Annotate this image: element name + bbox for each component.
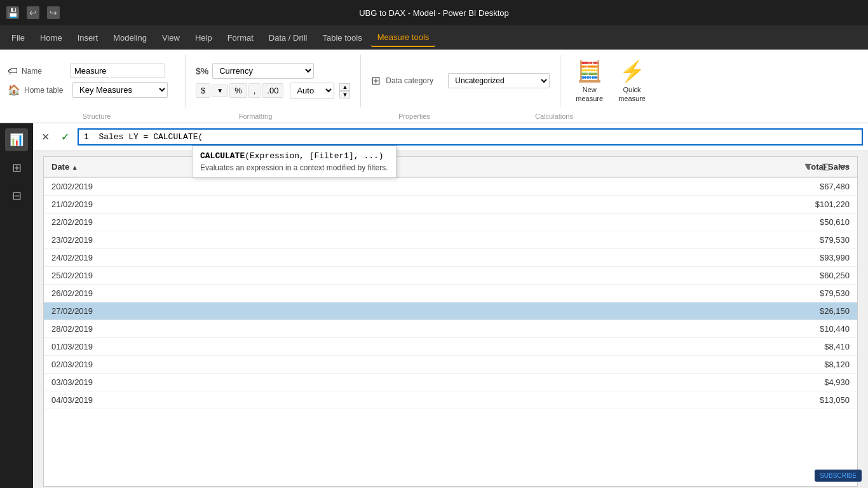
menu-help[interactable]: Help — [189, 29, 219, 46]
main-area: 📊 ⊞ ⊟ ✕ ✓ CALCULATE(Expression, [Filter1… — [0, 123, 868, 488]
cell-sales: $79,530 — [445, 231, 857, 248]
content-area: ✕ ✓ CALCULATE(Expression, [Filter1], ...… — [33, 123, 868, 488]
dollar-btn[interactable]: $ — [196, 83, 210, 98]
menu-data-drill[interactable]: Data / Drill — [262, 29, 314, 46]
dropdown-arrow-btn[interactable]: ▼ — [212, 85, 228, 97]
cell-date: 27/02/2019 — [44, 302, 445, 320]
percent-btn[interactable]: % — [229, 83, 247, 98]
menu-bar: File Home Insert Modeling View Help Form… — [0, 25, 868, 50]
data-category-select[interactable]: Uncategorized — [448, 73, 550, 88]
cell-date: 22/02/2019 — [44, 213, 445, 231]
new-measure-label: Newmeasure — [576, 85, 603, 104]
formula-input[interactable] — [78, 128, 863, 146]
title-bar: 💾 ↩ ↪ UBG to DAX - Model - Power BI Desk… — [0, 0, 868, 25]
cell-sales: $8,120 — [445, 355, 857, 373]
table-row: 25/02/2019 $60,250 — [44, 266, 857, 284]
cell-sales: $13,050 — [445, 391, 857, 409]
menu-table-tools[interactable]: Table tools — [316, 29, 368, 46]
sidebar-table-icon[interactable]: ⊞ — [5, 156, 28, 179]
cell-sales: $79,530 — [445, 284, 857, 302]
menu-modeling[interactable]: Modeling — [107, 29, 153, 46]
table-row: 01/03/2019 $8,410 — [44, 337, 857, 355]
sidebar: 📊 ⊞ ⊟ — [0, 123, 33, 488]
menu-measure-tools[interactable]: Measure tools — [371, 29, 436, 47]
filter-icon[interactable]: ▼ — [800, 159, 815, 173]
format-buttons: $ ▼ % , .00 — [196, 83, 283, 98]
data-table-container: ▼ ⊡ ••• Date ▲ To — [43, 156, 858, 487]
cell-sales: $50,610 — [445, 213, 857, 231]
properties-label: Properties — [325, 112, 503, 120]
table-row: 02/03/2019 $8,120 — [44, 355, 857, 373]
menu-file[interactable]: File — [5, 29, 31, 46]
more-options-icon[interactable]: ••• — [836, 159, 852, 173]
cell-sales: $26,150 — [445, 302, 857, 320]
redo-icon[interactable]: ↪ — [47, 6, 60, 19]
cell-date: 01/03/2019 — [44, 337, 445, 355]
quick-measure-button[interactable]: ⚡ Quickmeasure — [611, 55, 653, 107]
sidebar-model-icon[interactable]: ⊟ — [5, 184, 28, 207]
subscribe-badge: SUBSCRIBE — [815, 470, 862, 482]
table-row: 22/02/2019 $50,610 — [44, 213, 857, 231]
formatting-label: Formatting — [186, 112, 325, 120]
formula-bar: ✕ ✓ CALCULATE(Expression, [Filter1], ...… — [33, 123, 868, 151]
cell-sales: $4,930 — [445, 373, 857, 391]
cell-sales: $101,220 — [445, 195, 857, 213]
undo-icon[interactable]: ↩ — [27, 6, 39, 19]
cell-date: 20/02/2019 — [44, 177, 445, 196]
new-measure-button[interactable]: 🧮 Newmeasure — [568, 55, 611, 107]
expand-icon[interactable]: ⊡ — [819, 159, 832, 174]
lightning-icon: ⚡ — [620, 58, 645, 84]
confirm-formula-button[interactable]: ✓ — [58, 130, 72, 144]
menu-format[interactable]: Format — [221, 29, 260, 46]
cancel-formula-button[interactable]: ✕ — [38, 130, 53, 144]
col-total-sales[interactable]: Total Sales — [445, 157, 857, 177]
autocomplete-description: Evaluates an expression in a context mod… — [200, 163, 388, 172]
menu-home[interactable]: Home — [34, 29, 69, 46]
cell-date: 02/03/2019 — [44, 355, 445, 373]
table-row: 23/02/2019 $79,530 — [44, 231, 857, 248]
name-input[interactable] — [70, 64, 165, 78]
auto-select[interactable]: Auto — [290, 83, 334, 98]
data-category-label: Data category — [386, 76, 443, 85]
menu-insert[interactable]: Insert — [71, 29, 105, 46]
window-title: UBG to DAX - Model - Power BI Desktop — [359, 8, 509, 18]
formula-input-container: CALCULATE(Expression, [Filter1], ...) Ev… — [78, 128, 863, 146]
autocomplete-tooltip: CALCULATE(Expression, [Filter1], ...) Ev… — [192, 146, 397, 178]
table-scroll[interactable]: Date ▲ Total Sales 20/02/2019 $67,480 — [44, 157, 857, 486]
name-label: Name — [22, 67, 66, 76]
comma-btn[interactable]: , — [248, 83, 261, 98]
cell-date: 21/02/2019 — [44, 195, 445, 213]
autocomplete-func-name: CALCULATE — [200, 151, 245, 161]
home-table-icon: 🏠 — [8, 84, 20, 96]
increment-btn[interactable]: ▲ — [339, 83, 350, 91]
table-row: 03/03/2019 $4,930 — [44, 373, 857, 391]
quick-measure-label: Quickmeasure — [618, 85, 646, 104]
decrement-btn[interactable]: ▼ — [339, 91, 350, 98]
save-icon[interactable]: 💾 — [6, 6, 19, 19]
autocomplete-signature: CALCULATE(Expression, [Filter1], ...) — [200, 151, 388, 161]
table-row: 28/02/2019 $10,440 — [44, 320, 857, 337]
cell-date: 23/02/2019 — [44, 231, 445, 248]
table-row: 20/02/2019 $67,480 — [44, 177, 857, 196]
title-bar-controls[interactable]: 💾 ↩ ↪ — [6, 6, 60, 19]
ribbon-section-labels: Structure Formatting Properties Calculat… — [0, 112, 868, 120]
currency-select[interactable]: Currency — [212, 63, 314, 79]
cell-sales: $67,480 — [445, 177, 857, 196]
sidebar-chart-icon[interactable]: 📊 — [5, 128, 28, 151]
decimal-btn[interactable]: .00 — [262, 83, 283, 98]
cell-date: 28/02/2019 — [44, 320, 445, 337]
cell-sales: $60,250 — [445, 266, 857, 284]
menu-view[interactable]: View — [156, 29, 186, 46]
calculator-icon: 🧮 — [577, 58, 602, 84]
name-icon: 🏷 — [8, 65, 18, 77]
data-category-icon: ⊞ — [371, 74, 381, 88]
structure-label: Structure — [8, 112, 186, 120]
home-table-label: Home table — [24, 86, 69, 95]
cell-sales: $93,990 — [445, 248, 857, 266]
cell-date: 26/02/2019 — [44, 284, 445, 302]
table-body: 20/02/2019 $67,480 21/02/2019 $101,220 2… — [44, 177, 857, 409]
home-table-select[interactable]: Key Measures — [72, 82, 168, 98]
cell-sales: $10,440 — [445, 320, 857, 337]
table-toolbar: ▼ ⊡ ••• — [800, 159, 852, 174]
cell-date: 03/03/2019 — [44, 373, 445, 391]
